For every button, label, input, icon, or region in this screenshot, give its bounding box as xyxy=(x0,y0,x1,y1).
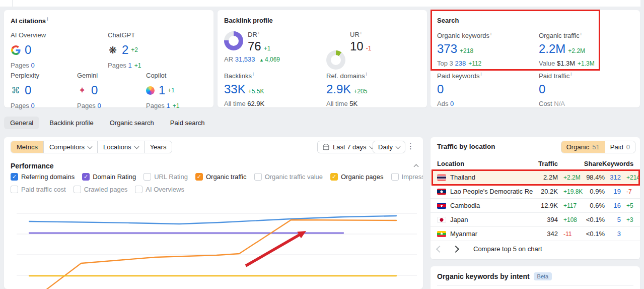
tab-organic-search[interactable]: Organic search xyxy=(104,117,160,129)
checkbox-impressions[interactable]: Impressions xyxy=(391,173,423,181)
table-row-myanmar[interactable]: Myanmar 342 -11 <0.1% 3 xyxy=(431,227,640,241)
performance-chart[interactable] xyxy=(4,199,423,289)
tab-backlink-profile[interactable]: Backlink profile xyxy=(43,117,99,129)
ur-value: 10 xyxy=(350,39,364,53)
keywords-link[interactable]: 19 xyxy=(614,188,621,195)
paid-traffic-value[interactable]: 0 xyxy=(539,82,545,96)
checkbox-url-rating[interactable]: URL Rating xyxy=(144,173,188,181)
checkbox-icon[interactable] xyxy=(11,186,18,193)
ref-domains-value[interactable]: 2.9K xyxy=(326,82,351,96)
checkbox-icon[interactable]: ✓ xyxy=(82,173,90,181)
pages-value[interactable]: 1 xyxy=(128,62,132,69)
checkbox-icon[interactable] xyxy=(74,186,81,193)
chatgpt-value[interactable]: 2 xyxy=(122,44,128,56)
keywords-link[interactable]: 312 xyxy=(610,174,621,181)
info-icon[interactable]: i xyxy=(490,31,491,36)
compare-top5-link[interactable]: Compare top 5 on chart xyxy=(473,245,542,253)
ref-domains-metric: Ref. domainsi 2.9K+205 All time 5K xyxy=(326,72,367,107)
paid-keywords-value[interactable]: 0 xyxy=(437,82,444,96)
checkbox-icon[interactable] xyxy=(391,173,399,181)
ads-value[interactable]: 0 xyxy=(450,100,454,107)
pages-value[interactable]: 0 xyxy=(31,62,35,69)
prev-page-chevron-icon[interactable] xyxy=(436,245,443,252)
info-icon[interactable]: i xyxy=(366,72,367,77)
toggle-organic[interactable]: Organic51 xyxy=(561,141,605,153)
chevron-down-icon xyxy=(395,144,400,149)
keywords-link[interactable]: 3 xyxy=(617,230,621,238)
keywords-link[interactable]: 5 xyxy=(617,216,621,223)
segment-locations[interactable]: Locations xyxy=(98,141,145,153)
checkbox-label: URL Rating xyxy=(154,173,188,181)
ai-overview-metric: AI Overview 0 Pages 0 xyxy=(11,31,46,69)
checkbox-crawled-pages[interactable]: Crawled pages xyxy=(74,186,128,193)
organic-traffic-value[interactable]: 2.2M xyxy=(539,42,565,55)
backlinks-alltime: 62.9K xyxy=(247,100,264,107)
checkbox-label: Referring domains xyxy=(21,173,75,181)
checkbox-icon[interactable] xyxy=(254,173,262,181)
checkbox-icon[interactable]: ✓ xyxy=(330,173,338,181)
collapse-chevron-up-icon[interactable] xyxy=(414,164,419,169)
backlinks-value[interactable]: 33K xyxy=(224,82,246,96)
table-footer: Compare top 5 on chart xyxy=(437,245,542,253)
organic-paid-toggle: Organic51 Paid0 xyxy=(561,141,635,153)
search-card: Search Organic keywordsi 373+218 Top 3 2… xyxy=(431,10,640,107)
chevron-down-icon xyxy=(134,144,139,149)
perplexity-value[interactable]: 0 xyxy=(25,84,31,96)
gemini-icon xyxy=(77,85,87,95)
ref-domains-alltime: 5K xyxy=(349,100,357,107)
perplexity-metric: Perplexity 0 Pages 0 xyxy=(11,72,39,109)
info-icon[interactable]: i xyxy=(253,72,254,77)
checkbox-icon[interactable] xyxy=(144,173,151,181)
perplexity-icon xyxy=(11,85,21,95)
toggle-paid[interactable]: Paid0 xyxy=(605,141,635,153)
info-icon[interactable]: i xyxy=(481,72,482,77)
checkbox-paid-traffic-cost[interactable]: Paid traffic cost xyxy=(11,186,66,193)
checkbox-icon[interactable] xyxy=(135,186,142,193)
copilot-value[interactable]: 1 xyxy=(159,84,165,96)
organic-keywords-value[interactable]: 373 xyxy=(437,42,457,55)
segment-competitors[interactable]: Competitors xyxy=(44,141,98,153)
gemini-metric: Gemini 0 Pages 0 xyxy=(77,72,104,109)
checkbox-organic-traffic[interactable]: ✓Organic traffic xyxy=(195,173,247,181)
table-row-cambodia[interactable]: Cambodia 12.9K +117 0.6% 16 +5 xyxy=(431,199,640,213)
more-options-kebab-icon[interactable]: ⋮ xyxy=(407,142,414,151)
info-icon[interactable]: i xyxy=(47,17,48,22)
chatgpt-metric: ChatGPT 2 +2 Pages 1+1 xyxy=(108,31,141,69)
checkbox-icon[interactable]: ✓ xyxy=(195,173,203,181)
granularity-button[interactable]: Daily xyxy=(373,141,405,153)
checkbox-icon[interactable]: ✓ xyxy=(11,173,18,181)
pages-value[interactable]: 0 xyxy=(31,102,35,109)
ai-citations-title: AI citationsi xyxy=(11,17,48,25)
info-icon[interactable]: i xyxy=(258,30,259,35)
ar-value[interactable]: 31,533 xyxy=(235,55,255,63)
checkbox-referring-domains[interactable]: ✓Referring domains xyxy=(11,173,75,181)
backlinks-metric: Backlinksi 33K+5.5K All time 62.9K xyxy=(224,72,264,107)
checkbox-domain-rating[interactable]: ✓Domain Rating xyxy=(82,173,136,181)
date-range-button[interactable]: Last 7 days xyxy=(317,141,379,153)
segment-metrics[interactable]: Metrics xyxy=(11,141,44,153)
keywords-link[interactable]: 16 xyxy=(614,202,621,209)
pages-value[interactable]: 0 xyxy=(98,102,101,109)
table-row-laos[interactable]: Lao People's Democratic Reput 20.2K +19.… xyxy=(431,185,640,199)
table-row-japan[interactable]: Japan 394 +108 <0.1% 5 +3 xyxy=(431,213,640,227)
checkbox-organic-traffic-value[interactable]: Organic traffic value xyxy=(254,173,323,181)
thailand-flag-icon xyxy=(437,175,446,181)
ai-overview-value[interactable]: 0 xyxy=(25,44,31,56)
top-strip xyxy=(0,0,640,7)
tab-general[interactable]: General xyxy=(4,117,39,129)
checkbox-organic-pages[interactable]: ✓Organic pages xyxy=(330,173,384,181)
tab-paid-search[interactable]: Paid search xyxy=(164,117,211,129)
performance-heading: Performance xyxy=(11,162,54,170)
pages-value[interactable]: 1 xyxy=(167,102,170,109)
info-icon[interactable]: i xyxy=(361,30,362,35)
segment-years[interactable]: Years xyxy=(145,141,172,153)
top3-value[interactable]: 238 xyxy=(455,60,466,67)
gemini-value[interactable]: 0 xyxy=(91,84,98,96)
checkbox-ai-overviews[interactable]: AI Overviews xyxy=(135,186,184,193)
next-page-chevron-icon[interactable] xyxy=(452,245,459,252)
info-icon[interactable]: i xyxy=(581,31,582,36)
location-table-header: Location Traffic Share Keywords xyxy=(431,157,640,170)
table-row-thailand[interactable]: Thailand 2.2M +2.2M 98.4% 312 +214 xyxy=(431,170,640,185)
info-icon[interactable]: i xyxy=(570,72,571,77)
checkbox-label: Domain Rating xyxy=(93,173,136,181)
